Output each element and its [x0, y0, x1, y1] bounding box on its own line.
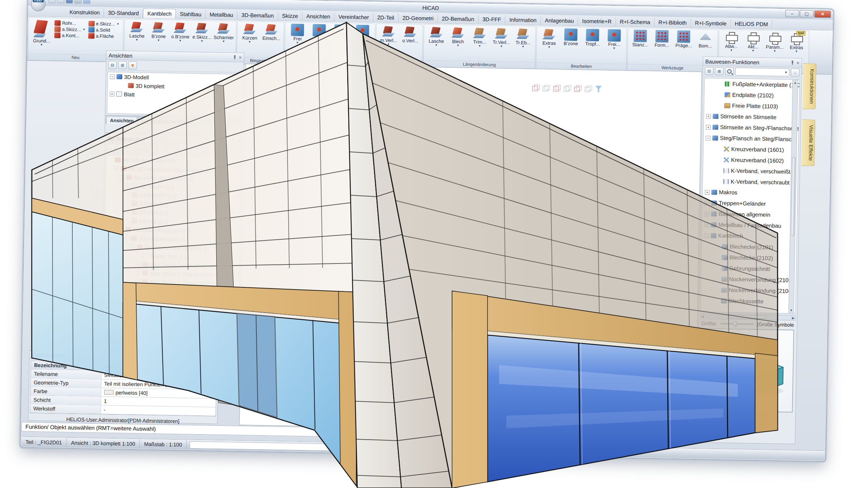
arrow-down-orange-icon[interactable]: ▼ — [128, 61, 137, 69]
ribbon-item[interactable]: B'zone ▼ — [148, 21, 170, 42]
expander-icon[interactable] — [716, 179, 721, 184]
tree-item[interactable]: + Metallbau / Fassadenbau — [702, 219, 797, 232]
ribbon-item[interactable]: Zu▼ — [308, 23, 330, 45]
ribbon-item[interactable]: Präge...▼ — [673, 30, 695, 51]
panel-tab[interactable]: 3D-Teilestruktur — [144, 336, 189, 345]
tree-item[interactable]: Nockenverbindung (2104) — [701, 284, 796, 297]
ribbon-tab[interactable]: Ansichten — [302, 12, 335, 22]
ribbon-tab[interactable]: R+I-Biblioth — [654, 18, 691, 28]
tree-item[interactable]: + Treppen+Geländer — [702, 197, 797, 210]
expander-icon[interactable] — [717, 168, 722, 173]
expander-icon[interactable]: − — [119, 227, 124, 232]
view-tool-icon[interactable] — [553, 85, 561, 91]
expander-icon[interactable]: + — [705, 201, 709, 205]
ribbon-item[interactable]: Bom...▼ — [694, 30, 716, 52]
tree-item[interactable]: + Stirnseite an Steg-/Flanschseite — [704, 121, 799, 134]
expand-tree-icon[interactable]: ⊞ — [715, 67, 724, 75]
ribbon-tab[interactable]: Isometrie+R — [578, 16, 616, 26]
expander-icon[interactable] — [718, 82, 723, 86]
ribbon-item[interactable]: Lasche ▼ — [126, 20, 148, 42]
ribbon-item[interactable]: Blech▼ — [447, 26, 469, 47]
view-tool-icon[interactable] — [543, 85, 550, 91]
search-part-icon[interactable] — [725, 67, 734, 75]
view-tool-icon[interactable] — [574, 85, 582, 92]
structure-tool-icon[interactable] — [117, 144, 125, 152]
ribbon-tab[interactable]: 2D-Teil — [373, 13, 399, 22]
ribbon-item[interactable]: Form...▼ — [651, 30, 673, 51]
side-tab[interactable]: Konstruktionen — [803, 63, 816, 109]
scrollbar-thumb[interactable] — [791, 157, 796, 236]
minimize-button[interactable]: – — [785, 10, 799, 17]
ribbon-tab[interactable]: Stahlbau — [176, 9, 206, 19]
expander-icon[interactable]: + — [136, 262, 140, 266]
pin-icon[interactable] — [233, 55, 237, 60]
tree-item[interactable]: Blechkassette — [701, 295, 795, 308]
drawing-area[interactable] — [239, 64, 702, 433]
ribbon-item[interactable]: o.B'zone ▼ — [169, 21, 191, 43]
expander-icon[interactable] — [715, 255, 720, 260]
ribbon-tab[interactable]: Metallbau — [205, 10, 237, 20]
structure-tool-icon[interactable] — [167, 145, 176, 153]
tree-item[interactable]: + Makros — [703, 187, 797, 199]
tree-item[interactable]: − Steg/Flansch an Steg/Flansch — [703, 132, 798, 145]
ribbon-item-grund[interactable]: Grund...▼ — [30, 19, 54, 47]
ribbon-item[interactable]: Einsch...▼ — [260, 23, 282, 44]
expander-icon[interactable]: + — [136, 270, 140, 275]
ribbon-tab[interactable]: R+I-Symbole — [691, 18, 731, 29]
tree-item[interactable]: Freie Platte (1103) — [704, 100, 799, 112]
ribbon-item[interactable]: Frei...▼ — [603, 29, 625, 50]
expander-icon[interactable]: + — [125, 184, 130, 188]
symbol-size-slider[interactable] — [720, 323, 754, 325]
expander-icon[interactable]: + — [704, 222, 709, 227]
expand-tree-icon[interactable]: ⊞ — [118, 61, 127, 69]
ribbon-item[interactable]: a.Fläche ▼ — [87, 33, 120, 40]
ribbon-item[interactable]: Tropf...▼ — [330, 24, 352, 45]
ribbon-item[interactable]: Rund▼ — [352, 24, 374, 46]
quick-access-icon[interactable] — [83, 0, 90, 4]
expander-icon[interactable] — [125, 218, 129, 223]
ribbon-item[interactable]: Scharnier ▼ — [213, 22, 235, 43]
ribbon-item[interactable]: Trim...▼ — [469, 26, 491, 48]
close-panel-icon[interactable]: × — [239, 55, 242, 60]
structure-tool-icon[interactable] — [147, 145, 156, 153]
expander-icon[interactable]: + — [110, 91, 114, 96]
tree-item[interactable]: K-Verband, verschweißt — [703, 165, 798, 177]
expander-icon[interactable] — [718, 93, 723, 97]
expander-icon[interactable]: + — [705, 190, 710, 194]
expander-icon[interactable]: + — [129, 305, 134, 310]
tree-item[interactable]: + Stirnseite an Stirnseite — [704, 111, 799, 123]
ribbon-item[interactable]: Tr.Verl...▼ — [490, 27, 512, 48]
status-input[interactable] — [190, 441, 392, 452]
view-tool-icon[interactable] — [585, 86, 592, 92]
panel-tab[interactable]: 2D-Teilestruktur — [102, 335, 144, 344]
expander-icon[interactable] — [125, 210, 130, 214]
tree-item[interactable]: K-Verband, verschraubt — [703, 176, 797, 188]
quick-access-icon[interactable] — [57, 0, 64, 3]
plane-shape-icon[interactable] — [396, 446, 408, 451]
expander-icon[interactable]: + — [705, 211, 709, 216]
ribbon-item[interactable]: e.Skizz... ▼ — [191, 22, 213, 43]
expander-icon[interactable]: + — [706, 125, 711, 129]
structure-tool-icon[interactable] — [157, 145, 166, 153]
side-tab[interactable]: Visuelle Effekte — [801, 119, 815, 166]
scrollbar-thumb[interactable] — [144, 331, 197, 335]
expander-icon[interactable] — [718, 103, 723, 108]
close-button[interactable]: ✕ — [814, 10, 831, 18]
expander-icon[interactable]: + — [129, 322, 133, 327]
close-panel-icon[interactable]: × — [237, 138, 240, 143]
expander-icon[interactable] — [715, 244, 720, 249]
ribbon-tab[interactable]: Skizze — [278, 11, 303, 21]
ribbon-item[interactable]: B'zone▼ — [560, 28, 582, 49]
ribbon-item[interactable]: DXF Extras▼ — [786, 32, 808, 53]
expander-icon[interactable]: + — [129, 314, 134, 318]
ribbon-tab[interactable]: 2D-Bemaßun — [438, 14, 478, 24]
expander-icon[interactable] — [717, 157, 722, 162]
ribbon-item[interactable]: e.Skizz... ▼ — [87, 21, 120, 27]
tree-item[interactable]: Gehrungsschnitt — [701, 262, 796, 275]
ribbon-tab[interactable]: 2D-Geometri — [399, 13, 438, 23]
tree-item[interactable]: + Bauwesen allgemein — [702, 208, 797, 221]
expander-icon[interactable]: − — [130, 244, 135, 249]
quick-access-icon[interactable] — [75, 0, 82, 4]
ribbon-tab[interactable]: Konstruktion — [65, 7, 104, 17]
tree-item[interactable]: Kreuzverband (1601) — [703, 143, 798, 156]
